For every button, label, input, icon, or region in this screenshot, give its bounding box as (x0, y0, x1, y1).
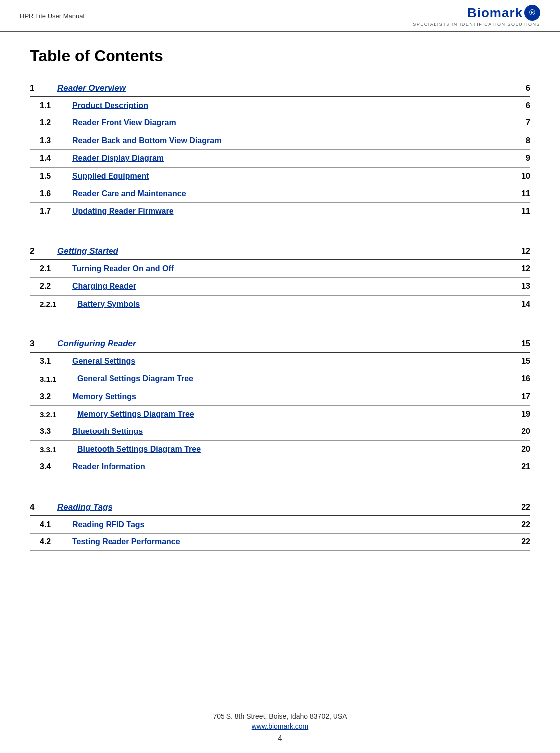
toc-section-row-2: 2 Getting Started 12 (30, 242, 530, 260)
toc-link-2-2-1[interactable]: Battery Symbols (77, 299, 513, 310)
toc-page-2-2: 13 (513, 281, 530, 292)
toc-num-2-1: 2.1 (30, 263, 72, 274)
toc-row-3-3-1: 3.3.1 Bluetooth Settings Diagram Tree 20 (30, 441, 530, 458)
logo-subtitle: SPECIALISTS IN IDENTIFICATION SOLUTIONS (413, 22, 540, 27)
toc-page-1-4: 9 (513, 153, 530, 164)
toc-row-1-6: 1.6 Reader Care and Maintenance 11 (30, 185, 530, 203)
toc-page-3-3: 20 (513, 426, 530, 437)
toc-link-3-1-1[interactable]: General Settings Diagram Tree (77, 373, 513, 384)
toc-num-3-1: 3.1 (30, 356, 72, 367)
toc-link-3-4[interactable]: Reader Information (72, 461, 513, 472)
toc-row-1-1: 1.1 Product Description 6 (30, 97, 530, 114)
toc-page-2: 12 (513, 247, 530, 256)
toc-page-2-2-1: 14 (513, 299, 530, 310)
toc-num-1: 1 (30, 83, 57, 93)
toc-section-2: 2 Getting Started 12 2.1 Turning Reader … (30, 242, 530, 313)
toc-link-1-7[interactable]: Updating Reader Firmware (72, 206, 513, 216)
toc-link-3[interactable]: Configuring Reader (57, 339, 513, 349)
toc-link-4-1[interactable]: Reading RFID Tags (72, 519, 513, 530)
footer-page-num: 4 (0, 734, 560, 743)
toc-link-3-3-1[interactable]: Bluetooth Settings Diagram Tree (77, 444, 513, 455)
toc-page-3-1: 15 (513, 356, 530, 367)
main-content: Table of Contents 1 Reader Overview 6 1.… (0, 32, 560, 703)
toc-row-3-2: 3.2 Memory Settings 17 (30, 388, 530, 406)
toc-row-3-3: 3.3 Bluetooth Settings 20 (30, 423, 530, 440)
toc-num-1-3: 1.3 (30, 135, 72, 146)
toc-row-1-2: 1.2 Reader Front View Diagram 7 (30, 114, 530, 132)
footer-address: 705 S. 8th Street, Boise, Idaho 83702, U… (0, 712, 560, 720)
toc-link-3-3[interactable]: Bluetooth Settings (72, 426, 513, 437)
toc-link-1-3[interactable]: Reader Back and Bottom View Diagram (72, 135, 513, 146)
toc-link-1-1[interactable]: Product Description (72, 100, 513, 111)
toc-link-1[interactable]: Reader Overview (57, 83, 513, 93)
toc-page-1-6: 11 (513, 188, 530, 199)
toc-link-4-2[interactable]: Testing Reader Performance (72, 537, 513, 547)
toc-section-4: 4 Reading Tags 22 4.1 Reading RFID Tags … (30, 498, 530, 551)
toc-num-3: 3 (30, 339, 57, 349)
toc-num-1-2: 1.2 (30, 117, 72, 128)
toc-link-1-6[interactable]: Reader Care and Maintenance (72, 188, 513, 199)
toc-page-2-1: 12 (513, 263, 530, 274)
toc-row-3-2-1: 3.2.1 Memory Settings Diagram Tree 19 (30, 406, 530, 423)
page-title: Table of Contents (30, 47, 530, 65)
page-wrapper: HPR Lite User Manual Biomark ® SPECIALIS… (0, 0, 560, 753)
toc-link-2[interactable]: Getting Started (57, 246, 513, 256)
toc-num-1-6: 1.6 (30, 188, 72, 199)
toc-page-3: 15 (513, 339, 530, 348)
toc-num-3-3: 3.3 (30, 426, 72, 437)
toc-num-4: 4 (30, 502, 57, 512)
toc-section-3: 3 Configuring Reader 15 3.1 General Sett… (30, 335, 530, 476)
toc-page-3-3-1: 20 (513, 444, 530, 455)
toc-num-2: 2 (30, 246, 57, 256)
toc-row-1-3: 1.3 Reader Back and Bottom View Diagram … (30, 132, 530, 150)
toc-num-2-2: 2.2 (30, 281, 72, 292)
toc-section-row-1: 1 Reader Overview 6 (30, 79, 530, 97)
toc-page-1-5: 10 (513, 171, 530, 182)
toc-page-4: 22 (513, 503, 530, 512)
toc-row-1-4: 1.4 Reader Display Diagram 9 (30, 150, 530, 167)
toc-section-row-3: 3 Configuring Reader 15 (30, 335, 530, 353)
toc-link-1-5[interactable]: Supplied Equipment (72, 171, 513, 182)
logo-circle-icon: ® (524, 5, 540, 21)
manual-title: HPR Lite User Manual (20, 12, 84, 20)
toc-page-1-2: 7 (513, 117, 530, 128)
toc-section-1: 1 Reader Overview 6 1.1 Product Descript… (30, 79, 530, 220)
toc-row-2-2-1: 2.2.1 Battery Symbols 14 (30, 296, 530, 313)
toc-row-1-7: 1.7 Updating Reader Firmware 11 (30, 203, 530, 220)
footer-website[interactable]: www.biomark.com (0, 722, 560, 730)
toc-link-2-2[interactable]: Charging Reader (72, 281, 513, 292)
toc-row-3-4: 3.4 Reader Information 21 (30, 458, 530, 476)
page-footer: 705 S. 8th Street, Boise, Idaho 83702, U… (0, 703, 560, 753)
toc-section-row-4: 4 Reading Tags 22 (30, 498, 530, 516)
toc-num-3-2: 3.2 (30, 391, 72, 402)
toc-page-1-3: 8 (513, 135, 530, 146)
toc-page-3-4: 21 (513, 461, 530, 472)
toc-num-3-1-1: 3.1.1 (30, 374, 77, 384)
toc-page-1: 6 (513, 84, 530, 93)
logo-area: Biomark ® SPECIALISTS IN IDENTIFICATION … (413, 5, 540, 27)
toc-page-1-7: 11 (513, 206, 530, 216)
toc-link-3-1[interactable]: General Settings (72, 356, 513, 367)
toc-page-3-2: 17 (513, 391, 530, 402)
toc-num-3-2-1: 3.2.1 (30, 409, 77, 420)
toc-link-3-2[interactable]: Memory Settings (72, 391, 513, 402)
logo-img: Biomark ® (467, 5, 540, 21)
toc-row-3-1-1: 3.1.1 General Settings Diagram Tree 16 (30, 370, 530, 388)
toc-link-4[interactable]: Reading Tags (57, 502, 513, 512)
toc-link-1-2[interactable]: Reader Front View Diagram (72, 117, 513, 128)
toc-link-2-1[interactable]: Turning Reader On and Off (72, 263, 513, 274)
toc-page-4-2: 22 (513, 537, 530, 547)
toc-num-1-7: 1.7 (30, 206, 72, 216)
toc-link-1-4[interactable]: Reader Display Diagram (72, 153, 513, 164)
toc-num-4-2: 4.2 (30, 537, 72, 547)
toc-num-2-2-1: 2.2.1 (30, 299, 77, 309)
toc-row-2-1: 2.1 Turning Reader On and Off 12 (30, 260, 530, 278)
toc-num-3-3-1: 3.3.1 (30, 444, 77, 455)
toc-page-3-1-1: 16 (513, 373, 530, 384)
toc-page-1-1: 6 (513, 100, 530, 111)
toc-num-1-4: 1.4 (30, 153, 72, 164)
toc-link-3-2-1[interactable]: Memory Settings Diagram Tree (77, 409, 513, 420)
toc-page-3-2-1: 19 (513, 409, 530, 420)
toc-row-4-1: 4.1 Reading RFID Tags 22 (30, 516, 530, 534)
toc-row-2-2: 2.2 Charging Reader 13 (30, 278, 530, 295)
